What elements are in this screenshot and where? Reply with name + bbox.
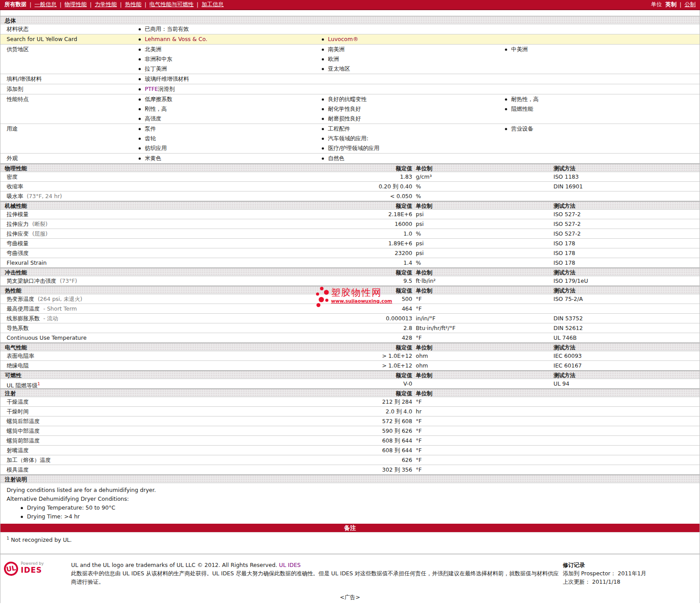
- test-method: DIN 52612: [553, 323, 583, 333]
- row-column: 自然色: [321, 154, 504, 163]
- list-item: 玻璃纤维增强材料: [138, 74, 321, 84]
- property-name: 简支梁缺口冲击强度: [7, 278, 56, 284]
- property-name: 加工（熔体）温度: [7, 457, 51, 463]
- row-label: 填料/增强材料: [0, 74, 138, 84]
- list-item: PTFE润滑剂: [138, 84, 321, 94]
- property-unit: hr: [416, 407, 422, 416]
- section-header-general: 总体: [0, 16, 700, 24]
- nav-separator: |: [90, 1, 91, 8]
- list-item: 南美洲: [321, 45, 504, 54]
- property-unit: %: [416, 258, 421, 268]
- property-name: 螺筒后部温度: [7, 418, 40, 424]
- note-text: Drying Temperature: 50 to 90°C: [27, 503, 115, 512]
- item-text: 泵件: [145, 124, 156, 134]
- row-label: 性能特点: [0, 94, 138, 124]
- property-row: 拉伸应变 (屈服)1.0%ISO 527-2: [0, 229, 700, 239]
- value-column-header: 额定值: [280, 371, 412, 379]
- row-label[interactable]: Search for UL Yellow Card: [0, 34, 138, 44]
- section-title: 机械性能: [0, 203, 27, 209]
- revision-added: 添加到 Prospector： 2011年1月: [563, 569, 695, 578]
- row-column: PTFE润滑剂: [138, 84, 321, 94]
- value-column-header: 额定值: [280, 268, 412, 277]
- property-name: 导热系数: [7, 325, 29, 331]
- revision-updated: 上次更新： 2011/1/18: [563, 578, 695, 586]
- property-label: 干燥温度: [0, 398, 29, 405]
- property-name: 吸水率: [7, 193, 23, 199]
- method-column-header: 测试方法: [553, 286, 576, 295]
- nav-item-3[interactable]: 力学性能: [95, 1, 117, 8]
- property-name: 收缩率: [7, 183, 23, 190]
- item-link[interactable]: PTFE: [145, 84, 158, 94]
- list-item: 已商用：当前有效: [138, 24, 321, 34]
- nav-item-4[interactable]: 热性能: [125, 1, 142, 8]
- section-title: 可燃性: [0, 372, 22, 379]
- list-item: 纺织应用: [138, 143, 321, 153]
- units-label: 单位: [651, 1, 662, 8]
- list-item: 高强度: [138, 114, 321, 124]
- item-text: 纺织应用: [145, 143, 167, 153]
- property-row: 拉伸应力 (断裂)16000psiISO 527-2: [0, 219, 700, 229]
- bullet-icon: [139, 128, 141, 130]
- property-unit: g/cm³: [416, 172, 432, 182]
- property-value: 212 到 284: [280, 397, 412, 407]
- unit-column-header: 单位制: [416, 343, 433, 352]
- unit-metric-toggle[interactable]: 公制: [685, 1, 696, 8]
- nav-item-0[interactable]: 所有数据: [4, 1, 26, 8]
- value-column-header: 额定值: [280, 286, 412, 295]
- item-text: 阻燃性能: [511, 104, 533, 114]
- property-unit: psi: [416, 239, 424, 248]
- bullet-icon: [322, 58, 324, 60]
- method-column-header: 测试方法: [553, 371, 576, 379]
- property-unit: ft·lb/in²: [416, 276, 436, 286]
- unit-imperial-toggle[interactable]: 英制: [666, 1, 677, 8]
- bullet-icon: [21, 507, 23, 509]
- property-name: 热变形温度: [7, 296, 34, 302]
- property-label: 密度: [0, 173, 18, 180]
- nav-item-1[interactable]: 一般信息: [34, 1, 56, 8]
- property-name: 拉伸模量: [7, 211, 29, 218]
- row-column: [504, 84, 687, 94]
- row-label: 用途: [0, 124, 138, 153]
- item-link[interactable]: Luvocom®: [328, 34, 358, 44]
- revision-updated-value: 2011/1/18: [592, 578, 620, 585]
- list-item: 良好的抗蠕变性: [321, 94, 504, 104]
- item-text: 低摩擦系数: [145, 94, 173, 104]
- bullet-icon: [322, 38, 324, 41]
- bullet-icon: [322, 108, 324, 110]
- property-row: 密度1.83g/cm³ISO 1183: [0, 172, 700, 182]
- remarks-bar: 备注: [0, 524, 700, 532]
- property-label: 螺筒前部温度: [0, 437, 40, 444]
- property-value: 2.18E+6: [280, 210, 412, 219]
- property-row: 螺筒前部温度608 到 644°F: [0, 436, 700, 446]
- property-name: 干燥温度: [7, 398, 29, 405]
- item-link[interactable]: Lehmann & Voss & Co.: [145, 34, 207, 44]
- nav-item-6[interactable]: 加工信息: [202, 1, 224, 8]
- row-column: [321, 84, 504, 94]
- ul-ides-link[interactable]: UL IDES: [279, 562, 301, 568]
- item-text: 刚性，高: [145, 104, 167, 114]
- property-unit: °F: [416, 304, 422, 314]
- property-name: 螺筒前部温度: [7, 437, 40, 444]
- property-label: Flexural Strain: [0, 259, 47, 266]
- bullet-icon: [322, 68, 324, 70]
- note-bullet-item: Drying Temperature: 50 to 90°C: [20, 503, 700, 512]
- list-item: 米黄色: [138, 154, 321, 163]
- property-label: 模具温度: [0, 466, 29, 473]
- property-row: 射嘴温度608 到 644°F: [0, 446, 700, 455]
- footnote-marker: 1: [38, 382, 40, 386]
- property-label: 射嘴温度: [0, 447, 29, 454]
- list-item: 阻燃性能: [504, 104, 687, 114]
- row-label: 材料状态: [0, 24, 138, 34]
- revision-added-value: 2011年1月: [618, 570, 647, 577]
- list-item: 工程配件: [321, 124, 504, 134]
- property-label: 螺筒后部温度: [0, 418, 40, 424]
- property-value: 608 到 644: [280, 436, 412, 446]
- property-label: Continuous Use Temperature: [0, 334, 87, 341]
- bullet-icon: [139, 118, 141, 120]
- nav-item-5[interactable]: 电气性能与可燃性: [150, 1, 194, 8]
- bullet-icon: [21, 516, 23, 518]
- property-value: 9.5: [280, 276, 412, 286]
- nav-item-2[interactable]: 物理性能: [64, 1, 87, 8]
- list-item: 低摩擦系数: [138, 94, 321, 104]
- property-name: 绝缘电阻: [7, 362, 29, 369]
